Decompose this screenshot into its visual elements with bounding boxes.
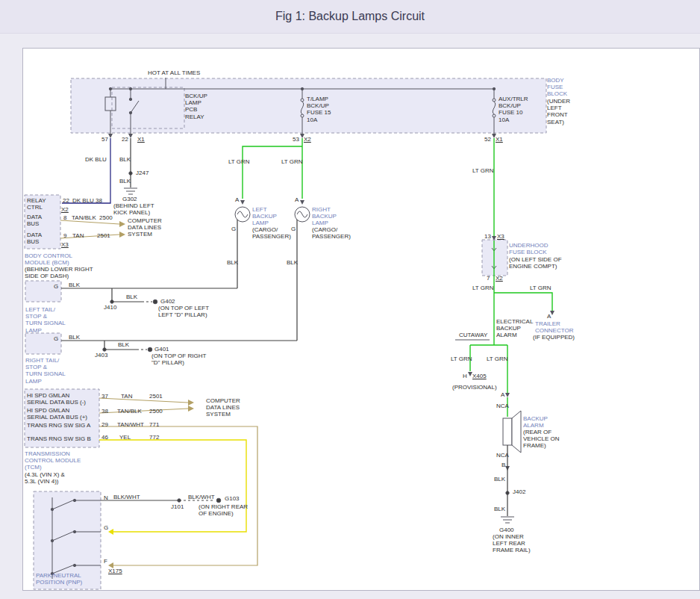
- right-lamp-terminal-a: A: [295, 196, 299, 203]
- wire-label-blk-3: BLK: [227, 259, 238, 266]
- ground-g400-location: (ON INNER LEFT REAR FRAME RAIL): [493, 533, 531, 554]
- bcm-wire-tan: TAN: [72, 232, 84, 239]
- underhood-pin-13: 13: [484, 233, 491, 240]
- wire-label-lt-grn-5: LT GRN: [530, 285, 551, 291]
- wire-label-blk-wht-2: BLK/WHT: [188, 494, 215, 500]
- tcm-row-sig-a: TRANS RNG SW SIG A: [27, 422, 90, 429]
- fuse2-label: AUX/TRLR BCK/UP FUSE 10 10A: [499, 96, 528, 123]
- wire-label-blk-wht-1: BLK/WHT: [113, 494, 140, 500]
- tcm-row-gmlan-plus: HI SPD GMLAN SERIAL DATA BUS (+): [27, 407, 87, 420]
- bcm-wire-dk-blu: DK BLU: [72, 197, 94, 204]
- underhood-connector-x2: X2: [496, 275, 503, 282]
- x405-terminal-h: H: [463, 373, 467, 379]
- left-backup-lamp-name: LEFT BACKUP LAMP: [252, 206, 277, 227]
- tcm-pin-37: 37: [101, 393, 108, 400]
- wire-yel: [99, 440, 246, 535]
- computer-data-lines-2: COMPUTER DATA LINES SYSTEM: [206, 397, 240, 418]
- page: Fig 1: Backup Lamps Circuit: [0, 0, 700, 599]
- ground-g402: G402: [160, 298, 175, 305]
- wire-label-lt-grn-4: LT GRN: [472, 285, 494, 291]
- wire-label-lt-grn-1: LT GRN: [228, 158, 250, 165]
- connector-x2: X2: [304, 136, 311, 143]
- pin-57: 57: [101, 136, 108, 143]
- splice-j403: J403: [95, 352, 107, 359]
- relay-label: BCK/UP LAMP PCB RELAY: [185, 93, 207, 120]
- trailer-terminal-a: A: [547, 313, 551, 320]
- right-backup-lamp-name: RIGHT BACKUP LAMP: [312, 206, 337, 227]
- right-lamp-terminal-g: G: [291, 226, 296, 232]
- bcm-connector-x3: X3: [61, 241, 69, 248]
- bcm-pin-9: 9: [63, 232, 66, 239]
- left-tail-lamp-name: LEFT TAIL/ STOP & TURN SIGNAL LAMP: [25, 306, 66, 334]
- ground-g103-location: (ON RIGHT REAR OF ENGINE): [199, 503, 248, 517]
- tcm-circuit-2500: 2500: [149, 408, 163, 415]
- tcm-pin-29: 29: [101, 421, 108, 428]
- hot-at-all-times-label: HOT AT ALL TIMES: [148, 69, 200, 76]
- wire-label-blk-6: BLK: [126, 294, 137, 300]
- alarm-terminal-a: A: [501, 391, 504, 398]
- body-fuse-block-name: BODY FUSE BLOCK: [547, 77, 567, 98]
- wire-label-blk-10: BLK: [494, 506, 505, 512]
- connector-x1-left: X1: [137, 136, 145, 143]
- pnp-terminal-f: F: [104, 558, 107, 565]
- nca-label-1: NCA: [496, 403, 509, 409]
- tcm-row-sig-b: TRANS RNG SW SIG B: [27, 435, 91, 442]
- wire-label-lt-grn-7: LT GRN: [487, 356, 508, 362]
- nca-label-2: NCA: [496, 452, 509, 459]
- wires-blk: [61, 138, 507, 516]
- cutaway-label: CUTAWAY: [459, 332, 487, 338]
- wire-label-lt-grn-6: LT GRN: [451, 356, 472, 362]
- underhood-fuse-block-location: (ON LEFT SIDE OF ENGINE COMPT): [509, 256, 562, 270]
- underhood-pin-7: 7: [487, 275, 490, 282]
- wire-label-lt-grn-3: LT GRN: [472, 167, 494, 174]
- bcm-data-bus-label-2: DATA BUS: [27, 232, 42, 245]
- tcm-wire-tan: TAN: [121, 393, 132, 400]
- tcm-circuit-772: 772: [149, 434, 159, 441]
- connector-x1-right: X1: [496, 136, 503, 143]
- pnp-terminal-n: N: [104, 494, 108, 501]
- tcm-pin-38: 38: [101, 408, 108, 415]
- pin-53: 53: [293, 136, 299, 143]
- backup-alarm-name: BACKUP ALARM: [523, 415, 548, 429]
- bcm-connector-x2: X2: [61, 206, 69, 213]
- tcm-wire-tan-wht: TAN/WHT: [117, 421, 144, 428]
- underhood-connector-x3: X3: [497, 233, 504, 240]
- alarm-terminal-b: B: [501, 462, 505, 468]
- computer-data-lines-1: COMPUTER DATA LINES SYSTEM: [128, 217, 162, 238]
- bcm-relay-ctrl-label: RELAY CTRL: [27, 197, 46, 211]
- tcm-name: TRANSMISSION CONTROL MODULE (TCM): [25, 450, 81, 471]
- fuse1-label: T/LAMP BCK/UP FUSE 15 10A: [307, 96, 331, 123]
- tcm-pin-46: 46: [101, 434, 108, 441]
- ground-g400: G400: [499, 527, 514, 533]
- wire-label-dk-blu: DK BLU: [85, 156, 107, 163]
- wire-label-blk-9: BLK: [494, 476, 505, 482]
- connector-x405: X405: [472, 373, 487, 379]
- wire-label-blk-5: BLK: [69, 282, 80, 288]
- electrical-backup-alarm-label: ELECTRICAL BACKUP ALARM: [496, 318, 533, 339]
- wire-label-blk-1: BLK: [119, 156, 131, 163]
- tcm-wire-yel: YEL: [119, 434, 131, 441]
- underhood-fuse-block-box: [482, 240, 507, 276]
- pin-52: 52: [484, 136, 491, 143]
- ground-g402-location: (ON TOP OF LEFT LEFT "D" PILLAR): [158, 305, 209, 318]
- left-backup-lamp-location: (CARGO/ PASSENGER): [252, 226, 291, 240]
- tcm-circuit-2501: 2501: [149, 393, 163, 400]
- wire-label-blk-8: BLK: [118, 341, 129, 348]
- circuit-2501: 2501: [97, 232, 110, 239]
- trailer-connector-name: TRAILER CONNECTOR: [535, 320, 573, 334]
- ground-g302: G302: [122, 196, 137, 202]
- right-tail-terminal-g: G: [54, 335, 58, 342]
- backup-alarm-symbol: [503, 418, 512, 445]
- right-backup-lamp-location: (CARGO/ PASSENGER): [312, 226, 351, 240]
- bcm-pin-8: 8: [63, 214, 66, 221]
- wire-label-blk-4: BLK: [287, 259, 298, 266]
- pnp-name: PARK/NEUTRAL POSITION (PNP): [36, 572, 82, 586]
- pnp-terminal-g: G: [104, 524, 108, 531]
- wire-label-blk-7: BLK: [69, 334, 80, 341]
- ground-g401: G401: [154, 346, 169, 353]
- bcm-location: (BEHIND LOWER RIGHT SIDE OF DASH): [25, 266, 93, 279]
- left-lamp-terminal-a: A: [235, 196, 239, 203]
- wire-dk-blu: [62, 138, 110, 203]
- backup-alarm-location: (REAR OF VEHICLE ON FRAME): [523, 429, 559, 450]
- wire-label-blk-2: BLK: [119, 178, 131, 184]
